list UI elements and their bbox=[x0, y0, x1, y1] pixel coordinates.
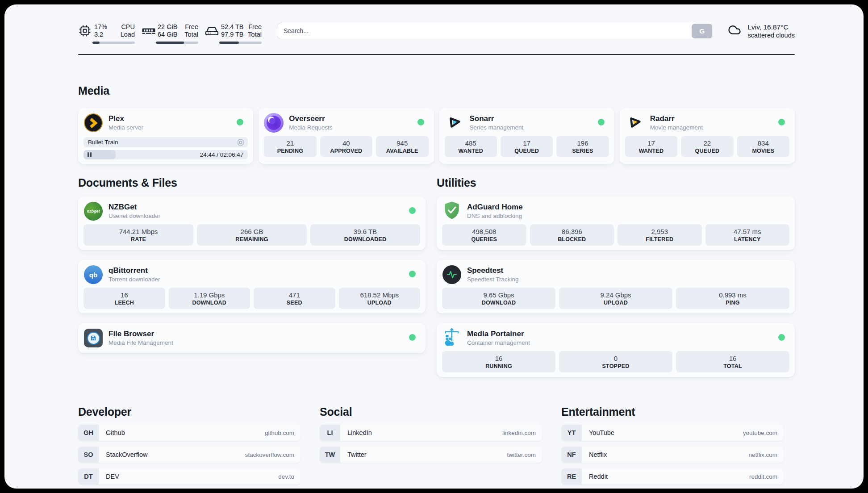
app-card-radarr[interactable]: Radarr Movie management 17 WANTED 22 QUE… bbox=[620, 108, 795, 164]
overseerr-icon bbox=[264, 113, 284, 133]
app-card-portainer[interactable]: Media Portainer Container management 16 … bbox=[437, 323, 795, 377]
app-card-qbittorrent[interactable]: qb qBittorrent Torrent downloader 16 LEE… bbox=[78, 260, 426, 313]
stat-value: 16 bbox=[729, 355, 737, 362]
section-title-utilities: Utilities bbox=[437, 176, 795, 189]
link-name: StackOverflow bbox=[106, 451, 245, 458]
pause-icon[interactable] bbox=[88, 152, 92, 157]
now-playing-title: Bullet Train bbox=[88, 139, 118, 146]
ram-progress-bar bbox=[156, 42, 198, 44]
link-abbr-badge: NF bbox=[561, 447, 582, 463]
plex-icon bbox=[84, 113, 103, 132]
stat-value: 485 bbox=[465, 139, 476, 147]
disk-total-value: 97.9 TB bbox=[221, 31, 244, 39]
adguard-shield-icon bbox=[443, 201, 460, 221]
app-card-adguard[interactable]: AdGuard Home DNS and adblocking 498,508 … bbox=[437, 196, 795, 250]
cpu-progress-bar bbox=[92, 42, 135, 44]
link-name: Netflix bbox=[589, 451, 748, 458]
stat-tile: 1.19 Gbps DOWNLOAD bbox=[169, 288, 250, 309]
stat-tile: 9.24 Gbps UPLOAD bbox=[559, 288, 672, 309]
disk-free-value: 52.4 TB bbox=[221, 23, 244, 31]
stat-value: 21 bbox=[287, 139, 294, 147]
stat-label: SEED bbox=[287, 300, 302, 306]
stat-tile: 21 PENDING bbox=[264, 136, 316, 157]
link-row-youtube[interactable]: YT YouTube youtube.com bbox=[561, 425, 784, 441]
cpu-label: CPU bbox=[121, 23, 135, 31]
link-url: linkedin.com bbox=[502, 430, 536, 436]
cpu-chip-icon bbox=[78, 24, 92, 38]
link-row-netflix[interactable]: NF Netflix netflix.com bbox=[561, 447, 784, 463]
link-row-twitter[interactable]: TW Twitter twitter.com bbox=[320, 447, 542, 463]
link-url: reddit.com bbox=[749, 473, 777, 480]
search-input[interactable] bbox=[277, 23, 713, 39]
app-card-overseerr[interactable]: Overseerr Media Requests 21 PENDING 40 A… bbox=[259, 108, 434, 164]
disk-free-label: Free bbox=[248, 23, 262, 31]
stat-value: 266 GB bbox=[241, 228, 263, 235]
stat-tile: 2,953 FILTERED bbox=[618, 224, 702, 246]
stat-tile: 9.65 Gbps DOWNLOAD bbox=[442, 288, 555, 309]
stat-label: WANTED bbox=[639, 148, 664, 154]
cpu-load-label: Load bbox=[121, 31, 135, 39]
link-name: Twitter bbox=[347, 451, 507, 458]
app-description: Media File Management bbox=[108, 339, 173, 347]
search-engine-button[interactable]: G bbox=[692, 24, 712, 38]
stat-label: STOPPED bbox=[602, 363, 630, 369]
stat-label: UPLOAD bbox=[604, 300, 628, 306]
stat-value: 17 bbox=[647, 139, 655, 147]
link-row-reddit[interactable]: RE Reddit reddit.com bbox=[561, 468, 784, 485]
stat-value: 0.993 ms bbox=[719, 291, 747, 299]
stat-value: 498,508 bbox=[472, 228, 496, 235]
stat-label: UPLOAD bbox=[367, 300, 392, 306]
stat-label: SERIES bbox=[572, 148, 593, 154]
now-playing-row: Bullet Train bbox=[83, 137, 248, 147]
app-description: Media Requests bbox=[289, 124, 333, 131]
link-abbr-badge: TW bbox=[320, 447, 340, 463]
stat-value: 1.19 Gbps bbox=[194, 291, 225, 299]
link-row-dev[interactable]: DT DEV dev.to bbox=[78, 468, 300, 485]
stat-label: QUEUED bbox=[514, 148, 539, 154]
status-online-dot bbox=[409, 271, 416, 277]
stat-value: 196 bbox=[577, 139, 588, 147]
app-name: Radarr bbox=[650, 114, 703, 123]
stat-value: 17 bbox=[523, 139, 530, 147]
stat-value: 47.57 ms bbox=[734, 228, 761, 235]
app-card-filebrowser[interactable]: File Browser Media File Management bbox=[78, 323, 426, 353]
stat-tile: 471 SEED bbox=[254, 288, 335, 309]
app-name: AdGuard Home bbox=[467, 203, 523, 212]
stat-tile: 0.993 ms PING bbox=[676, 288, 789, 309]
stat-tile: 266 GB REMAINING bbox=[197, 224, 307, 246]
stat-label: BLOCKED bbox=[558, 236, 586, 242]
app-card-plex[interactable]: Plex Media server Bullet Train 24:44 / 0… bbox=[78, 108, 253, 164]
app-card-nzbget[interactable]: nzbget NZBGet Usenet downloader 744.21 M… bbox=[78, 196, 426, 250]
app-name: Overseerr bbox=[289, 114, 333, 123]
links-column-entertainment: Entertainment YT YouTube youtube.com NF … bbox=[561, 405, 784, 489]
portainer-crane-icon bbox=[442, 327, 462, 349]
media-session-icon bbox=[237, 139, 244, 146]
stat-label: TOTAL bbox=[723, 363, 742, 369]
status-online-dot bbox=[409, 334, 416, 341]
app-name: Speedtest bbox=[467, 266, 519, 275]
stat-tile: 744.21 Mbps RATE bbox=[83, 224, 193, 246]
topbar-divider bbox=[78, 54, 795, 55]
stat-tile: 16 RUNNING bbox=[442, 351, 555, 372]
app-card-sonarr[interactable]: Sonarr Series management 485 WANTED 17 Q… bbox=[439, 108, 614, 164]
link-abbr-badge: YT bbox=[561, 425, 582, 441]
stat-label: WANTED bbox=[459, 148, 483, 154]
cpu-metric: 17% 3.2 CPU Load bbox=[78, 22, 135, 40]
link-abbr-badge: DT bbox=[78, 468, 99, 485]
stat-label: PING bbox=[726, 300, 739, 306]
ram-total-value: 64 GiB bbox=[158, 31, 177, 39]
app-name: Media Portainer bbox=[467, 330, 530, 338]
link-row-github[interactable]: GH Github github.com bbox=[78, 425, 300, 441]
section-title-social: Social bbox=[320, 405, 542, 418]
weather-condition: scattered clouds bbox=[747, 31, 795, 39]
stat-value: 2,953 bbox=[651, 228, 668, 235]
nzbget-icon: nzbget bbox=[84, 202, 103, 221]
ram-free-label: Free bbox=[184, 23, 198, 31]
ram-total-label: Total bbox=[184, 31, 198, 39]
link-row-stackoverflow[interactable]: SO StackOverflow stackoverflow.com bbox=[78, 447, 300, 463]
stat-label: DOWNLOADED bbox=[344, 236, 386, 242]
stat-tile: 16 TOTAL bbox=[676, 351, 789, 372]
app-card-speedtest[interactable]: Speedtest Speedtest Tracking 9.65 Gbps D… bbox=[437, 260, 795, 313]
link-row-linkedin[interactable]: LI LinkedIn linkedin.com bbox=[320, 425, 542, 441]
link-url: youtube.com bbox=[743, 430, 777, 436]
